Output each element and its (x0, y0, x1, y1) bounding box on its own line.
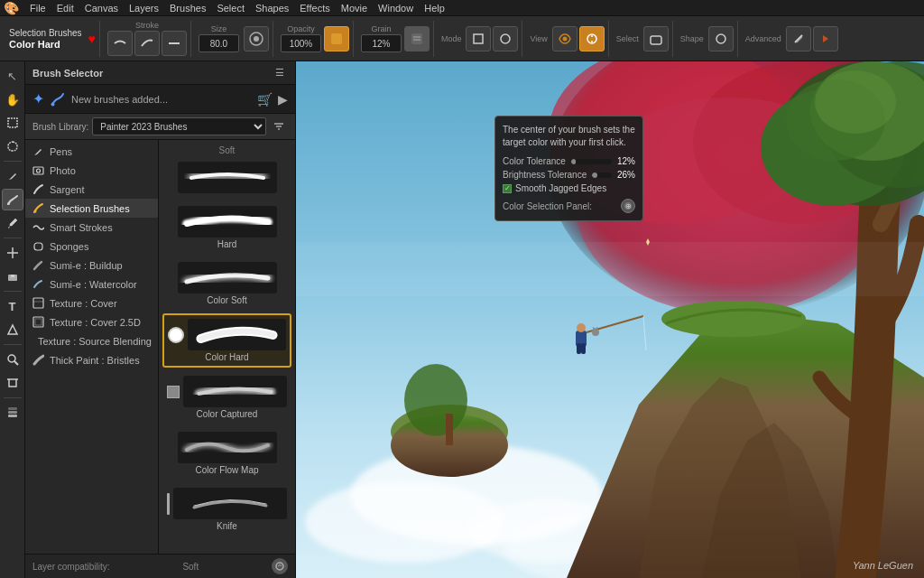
menu-movie[interactable]: Movie (341, 3, 367, 14)
lasso-tool-btn[interactable] (2, 135, 23, 157)
current-brush-name: Color Hard (9, 39, 82, 50)
stroke-btn-2[interactable] (134, 31, 160, 56)
color-hard-canvas (188, 319, 286, 350)
brush-color-soft[interactable]: Color Soft (162, 257, 291, 310)
svg-rect-25 (8, 415, 17, 417)
opacity-icon[interactable] (324, 26, 349, 51)
selection-brushes-icon (32, 202, 44, 214)
advanced-btn-1[interactable] (786, 26, 811, 51)
category-texture-source[interactable]: Texture : Source Blending (25, 331, 158, 350)
menu-window[interactable]: Window (378, 3, 413, 14)
eyedropper-tool-btn[interactable] (2, 212, 23, 234)
svg-rect-14 (8, 118, 17, 127)
svg-rect-53 (446, 414, 453, 445)
svg-rect-12 (651, 36, 661, 44)
brush-knife[interactable]: Knife (162, 483, 291, 536)
brush-soft[interactable] (162, 157, 291, 198)
category-sumie-watercolor[interactable]: Sumi-e : Watercolor (25, 275, 158, 294)
color-soft-name: Color Soft (207, 295, 246, 305)
opacity-label: Opacity (287, 24, 315, 33)
zoom-tool-btn[interactable] (2, 349, 23, 370)
category-sponges[interactable]: Sponges (25, 237, 158, 256)
brush-library-select[interactable]: Painter 2023 Brushes (92, 117, 266, 135)
knife-name: Knife (217, 521, 237, 531)
brush-color-captured[interactable]: Color Captured (162, 371, 291, 424)
brush-color-flow[interactable]: Color Flow Map (162, 427, 291, 480)
size-label: Size (211, 24, 227, 33)
expand-banner-btn[interactable]: ▶ (278, 92, 288, 107)
brush-color-hard[interactable]: Color Hard (162, 313, 291, 368)
rect-select-tool-btn[interactable] (2, 112, 23, 134)
svg-rect-69 (296, 242, 924, 296)
category-sargent[interactable]: Sargent (25, 180, 158, 199)
color-tolerance-value: 12% (617, 156, 635, 166)
layer-compat-value: Soft (182, 562, 199, 572)
category-photo[interactable]: Photo (25, 161, 158, 180)
menu-file[interactable]: File (30, 3, 46, 14)
menu-select[interactable]: Select (217, 3, 245, 14)
view-btn-1[interactable] (552, 26, 578, 51)
thick-paint-icon (32, 354, 44, 366)
tooltip-close-btn[interactable]: ⊕ (621, 199, 635, 213)
tool-info-section: Selection Brushes Color Hard ♥ (5, 21, 100, 57)
category-smart-strokes[interactable]: Smart Strokes (25, 218, 158, 237)
stroke-btn-3[interactable] (162, 31, 187, 56)
view-settings-btn[interactable] (579, 26, 605, 51)
brightness-fill (592, 172, 597, 178)
category-thick-paint[interactable]: Thick Paint : Bristles (25, 350, 158, 369)
canvas-area[interactable]: Yann LeGuen The center of your brush set… (296, 61, 924, 578)
eraser-tool-btn[interactable] (2, 266, 23, 287)
toolbar: Selection Brushes Color Hard ♥ Stroke Si… (0, 16, 924, 61)
advanced-btn-2[interactable] (813, 26, 838, 51)
brightness-label: Brightness Tolerance (503, 170, 587, 180)
mode-btn-1[interactable] (466, 26, 491, 51)
stroke-btn-1[interactable] (107, 31, 133, 56)
mode-btn-2[interactable] (493, 26, 518, 51)
shape-draw-tool-btn[interactable] (2, 319, 23, 340)
sponges-icon (32, 240, 44, 252)
smooth-edges-checkbox[interactable]: ✓ (503, 184, 512, 193)
brush-hard[interactable]: Hard (162, 201, 291, 254)
category-sumie-buildup[interactable]: Sumi-e : Buildup (25, 256, 158, 275)
sargent-icon (32, 183, 44, 195)
brush-tool-btn[interactable] (2, 189, 23, 210)
menu-canvas[interactable]: Canvas (85, 3, 118, 14)
pencil-tool-btn[interactable] (2, 165, 23, 187)
menu-shapes[interactable]: Shapes (255, 3, 289, 14)
text-tool-btn[interactable]: T (2, 295, 23, 317)
grain-icon[interactable] (404, 26, 430, 51)
color-captured-square (167, 386, 180, 398)
layers-tool-btn[interactable] (2, 402, 23, 424)
menu-edit[interactable]: Edit (57, 3, 74, 14)
advanced-section: Advanced (742, 21, 842, 57)
tooltip-panel: The center of your brush sets the target… (494, 116, 643, 221)
crop-tool-btn[interactable] (2, 372, 23, 394)
category-texture-cover[interactable]: Texture : Cover (25, 294, 158, 312)
favorite-icon[interactable]: ♥ (88, 32, 96, 46)
size-wheel-btn[interactable] (244, 26, 269, 51)
svg-point-15 (7, 202, 10, 205)
transform-tool-btn[interactable] (2, 242, 23, 264)
color-tolerance-label: Color Tolerance (503, 156, 566, 166)
shape-btn-1[interactable] (708, 26, 734, 51)
menu-help[interactable]: Help (424, 3, 445, 14)
menu-layers[interactable]: Layers (129, 3, 159, 14)
select-btn-1[interactable] (643, 26, 669, 51)
menu-effects[interactable]: Effects (300, 3, 329, 14)
brush-panel-menu-btn[interactable]: ☰ (272, 65, 288, 81)
size-input[interactable] (199, 34, 239, 52)
pan-tool-btn[interactable]: ✋ (2, 89, 23, 110)
color-tolerance-bar (571, 159, 612, 164)
color-captured-name: Color Captured (197, 409, 258, 419)
knife-handle (167, 493, 170, 515)
select-tool-btn[interactable]: ↖ (2, 65, 23, 87)
svg-rect-2 (331, 33, 342, 44)
menu-brushes[interactable]: Brushes (170, 3, 206, 14)
filter-btn[interactable] (270, 117, 288, 135)
category-texture-cover-2d[interactable]: Texture : Cover 2.5D (25, 312, 158, 331)
cart-icon[interactable]: 🛒 (257, 92, 273, 107)
opacity-input[interactable] (281, 34, 321, 52)
category-selection-brushes[interactable]: Selection Brushes (25, 199, 158, 218)
grain-input[interactable] (361, 34, 402, 52)
category-pens[interactable]: Pens (25, 142, 158, 161)
